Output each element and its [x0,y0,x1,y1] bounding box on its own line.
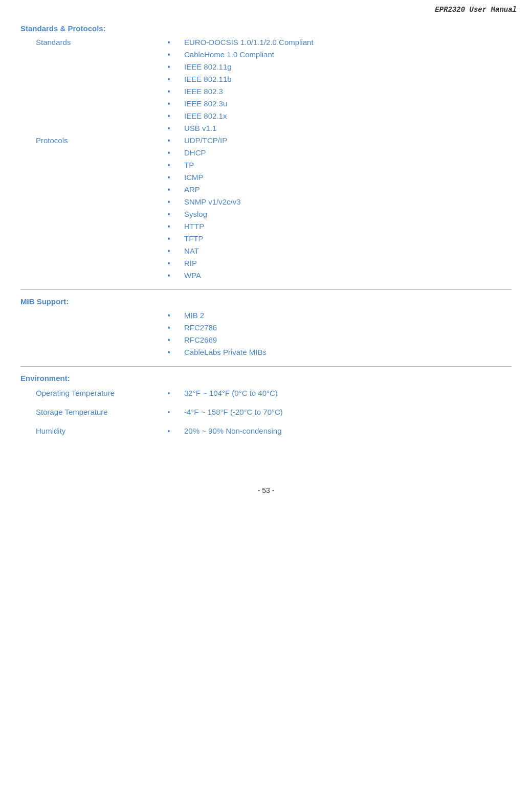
storage-temp-value: -4°F ~ 158°F (-20°C to 70°C) [184,408,512,416]
mib-item-2: RFC2786 [184,322,512,332]
protocols-bullet-3: • [153,160,184,170]
protocols-item-10: NAT [184,245,512,255]
protocols-bullet-9: • [153,233,184,243]
main-content: Standards & Protocols: Standards • EURO-… [0,19,532,466]
mib-item-4: CableLabs Private MIBs [184,347,512,356]
protocols-item-4: ICMP [184,172,512,182]
humidity-bullet: • [153,426,184,435]
protocols-row-3: • TP [20,160,512,170]
protocols-bullet-5: • [153,184,184,194]
mib-support-title: MIB Support: [20,297,512,306]
protocols-bullet-1: • [153,135,184,145]
standards-bullet-4: • [153,74,184,84]
operating-temp-bullet: • [153,389,184,397]
protocols-row-5: • ARP [20,184,512,194]
protocols-bullet-6: • [153,196,184,207]
mib-item-1: MIB 2 [184,310,512,320]
standards-row: Standards • EURO-DOCSIS 1.0/1.1/2.0 Comp… [20,37,512,47]
standards-row-5: • IEEE 802.3 [20,86,512,96]
protocols-item-3: TP [184,160,512,169]
protocols-bullet-12: • [153,270,184,280]
standards-item-3: IEEE 802.11g [184,61,512,71]
standards-item-6: IEEE 802.3u [184,98,512,108]
operating-temp-value: 32°F ~ 104°F (0°C to 40°C) [184,389,512,397]
standards-bullet-8: • [153,123,184,133]
storage-temp-row: Storage Temperature • -4°F ~ 158°F (-20°… [20,408,512,416]
protocols-row-9: • TFTP [20,233,512,243]
protocols-row-2: • DHCP [20,147,512,158]
mib-bullet-2: • [153,322,184,332]
divider-1 [20,289,512,290]
manual-title: EPR2320 User Manual [435,6,517,14]
protocols-item-9: TFTP [184,233,512,243]
standards-row-8: • USB v1.1 [20,123,512,133]
protocols-item-7: Syslog [184,209,512,218]
standards-row-6: • IEEE 802.3u [20,98,512,108]
protocols-bullet-11: • [153,258,184,268]
standards-item-5: IEEE 802.3 [184,86,512,96]
protocols-item-8: HTTP [184,221,512,231]
mib-row-1: • MIB 2 [20,310,512,320]
protocols-item-6: SNMP v1/v2c/v3 [184,196,512,206]
protocols-row-6: • SNMP v1/v2c/v3 [20,196,512,207]
protocols-bullet-2: • [153,147,184,158]
humidity-row: Humidity • 20% ~ 90% Non-condensing [20,426,512,435]
protocols-row-4: • ICMP [20,172,512,182]
standards-bullet-3: • [153,61,184,72]
standards-bullet-5: • [153,86,184,96]
environment-title: Environment: [20,374,512,383]
mib-row-3: • RFC2669 [20,334,512,345]
standards-label: Standards [20,37,153,47]
standards-bullet-6: • [153,98,184,108]
protocols-row-10: • NAT [20,245,512,256]
protocols-item-5: ARP [184,184,512,194]
humidity-label: Humidity [20,426,153,435]
standards-item-4: IEEE 802.11b [184,74,512,83]
standards-bullet-7: • [153,110,184,121]
mib-support-section: MIB Support: • MIB 2 • RFC2786 • RFC2669… [20,297,512,357]
operating-temp-label: Operating Temperature [20,389,153,397]
standards-protocols-section: Standards & Protocols: Standards • EURO-… [20,24,512,280]
mib-bullet-3: • [153,334,184,345]
protocols-row-8: • HTTP [20,221,512,231]
protocols-row-12: • WPA [20,270,512,280]
standards-row-4: • IEEE 802.11b [20,74,512,84]
protocols-bullet-8: • [153,221,184,231]
protocols-item-2: DHCP [184,147,512,157]
mib-row-2: • RFC2786 [20,322,512,332]
standards-item-8: USB v1.1 [184,123,512,132]
protocols-item-1: UDP/TCP/IP [184,135,512,145]
protocols-bullet-10: • [153,245,184,256]
environment-section: Environment: Operating Temperature • 32°… [20,374,512,435]
mib-row-4: • CableLabs Private MIBs [20,347,512,357]
standards-row-2: • CableHome 1.0 Compliant [20,49,512,59]
protocols-row-7: • Syslog [20,209,512,219]
standards-item-1: EURO-DOCSIS 1.0/1.1/2.0 Compliant [184,37,512,47]
protocols-label: Protocols [20,135,153,145]
protocols-bullet-4: • [153,172,184,182]
standards-row-7: • IEEE 802.1x [20,110,512,121]
protocols-row-11: • RIP [20,258,512,268]
standards-bullet-1: • [153,37,184,47]
humidity-value: 20% ~ 90% Non-condensing [184,426,512,435]
mib-bullet-1: • [153,310,184,320]
protocols-item-11: RIP [184,258,512,267]
standards-bullet-2: • [153,49,184,59]
storage-temp-label: Storage Temperature [20,408,153,416]
page-header: EPR2320 User Manual [0,0,532,19]
standards-item-7: IEEE 802.1x [184,110,512,120]
protocols-bullet-7: • [153,209,184,219]
protocols-item-12: WPA [184,270,512,280]
standards-protocols-title: Standards & Protocols: [20,24,512,33]
standards-item-2: CableHome 1.0 Compliant [184,49,512,59]
standards-row-3: • IEEE 802.11g [20,61,512,72]
mib-bullet-4: • [153,347,184,357]
mib-item-3: RFC2669 [184,334,512,344]
page-number: - 53 - [0,486,532,494]
divider-2 [20,366,512,367]
storage-temp-bullet: • [153,408,184,416]
protocols-row-1: Protocols • UDP/TCP/IP [20,135,512,145]
operating-temp-row: Operating Temperature • 32°F ~ 104°F (0°… [20,389,512,397]
